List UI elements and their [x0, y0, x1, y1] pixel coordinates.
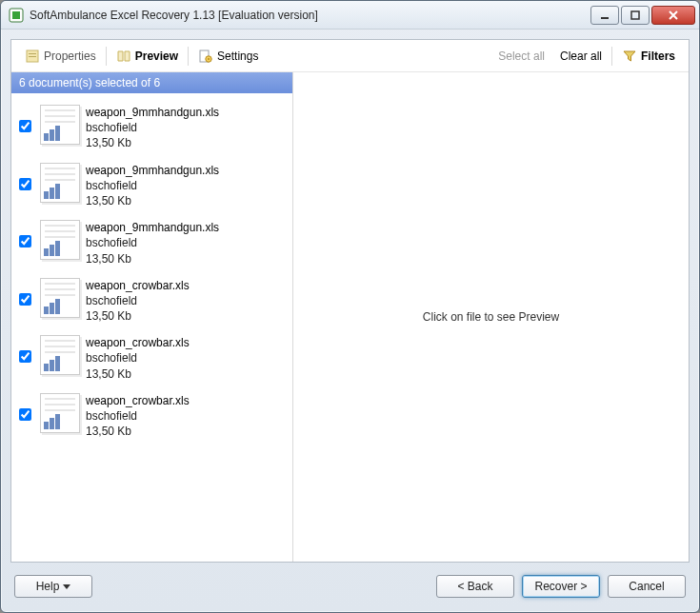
file-owner: bschofield: [86, 178, 219, 193]
file-owner: bschofield: [86, 350, 190, 366]
list-item[interactable]: weapon_crowbar.xlsbschofield13,50 Kb: [15, 329, 289, 387]
close-button[interactable]: [651, 6, 695, 25]
file-thumbnail-icon: [40, 163, 80, 203]
file-size: 13,50 Kb: [86, 135, 219, 150]
file-name: weapon_9mmhandgun.xls: [86, 105, 219, 120]
file-thumbnail-icon: [40, 220, 80, 260]
chevron-down-icon: [63, 584, 70, 589]
file-owner: bschofield: [86, 235, 219, 250]
file-name: weapon_crowbar.xls: [86, 393, 190, 408]
client-area: Properties Preview Settings: [1, 30, 699, 612]
recover-button[interactable]: Recover >: [522, 575, 600, 598]
properties-icon: [25, 49, 40, 64]
file-meta: weapon_crowbar.xlsbschofield13,50 Kb: [86, 278, 190, 325]
list-item[interactable]: weapon_crowbar.xlsbschofield13,50 Kb: [15, 272, 289, 330]
select-all-button[interactable]: Select all: [490, 46, 552, 67]
help-button[interactable]: Help: [14, 575, 92, 598]
window-controls: [589, 6, 695, 25]
app-icon: [9, 8, 24, 23]
file-owner: bschofield: [86, 408, 190, 424]
file-size: 13,50 Kb: [86, 193, 219, 208]
file-checkbox[interactable]: [19, 235, 31, 247]
file-size: 13,50 Kb: [86, 251, 219, 267]
back-button[interactable]: < Back: [436, 575, 514, 598]
properties-button[interactable]: Properties: [17, 45, 104, 68]
filters-label: Filters: [641, 49, 675, 63]
toolbar: Properties Preview Settings: [11, 40, 689, 72]
file-meta: weapon_crowbar.xlsbschofield13,50 Kb: [86, 393, 190, 440]
preview-button[interactable]: Preview: [109, 45, 186, 68]
properties-label: Properties: [44, 49, 96, 63]
file-checkbox[interactable]: [19, 178, 31, 190]
file-meta: weapon_9mmhandgun.xlsbschofield13,50 Kb: [86, 163, 219, 209]
svg-point-9: [208, 58, 210, 60]
file-meta: weapon_9mmhandgun.xlsbschofield13,50 Kb: [86, 220, 219, 267]
list-item[interactable]: weapon_9mmhandgun.xlsbschofield13,50 Kb: [15, 157, 289, 215]
settings-label: Settings: [217, 49, 258, 63]
svg-rect-2: [601, 17, 609, 19]
file-size: 13,50 Kb: [86, 308, 190, 324]
file-checkbox[interactable]: [19, 408, 31, 421]
svg-rect-1: [12, 11, 20, 19]
file-name: weapon_9mmhandgun.xls: [86, 220, 219, 235]
svg-rect-3: [631, 11, 639, 19]
preview-placeholder: Click on file to see Preview: [423, 310, 559, 324]
app-window: SoftAmbulance Excel Recovery 1.13 [Evalu…: [0, 0, 700, 613]
svg-rect-5: [29, 53, 36, 54]
maximize-button[interactable]: [621, 6, 650, 25]
filters-button[interactable]: Filters: [614, 45, 683, 68]
clear-all-label: Clear all: [560, 49, 602, 63]
minimize-button[interactable]: [590, 6, 619, 25]
selection-bar: 6 document(s) selected of 6: [11, 72, 292, 93]
file-owner: bschofield: [86, 293, 190, 308]
settings-button[interactable]: Settings: [190, 45, 266, 68]
window-title: SoftAmbulance Excel Recovery 1.13 [Evalu…: [30, 9, 589, 22]
help-label: Help: [36, 580, 60, 593]
file-list[interactable]: weapon_9mmhandgun.xlsbschofield13,50 Kbw…: [11, 93, 292, 562]
preview-icon: [116, 49, 131, 64]
file-thumbnail-icon: [40, 335, 80, 375]
file-name: weapon_crowbar.xls: [86, 335, 190, 350]
file-thumbnail-icon: [40, 278, 80, 318]
file-size: 13,50 Kb: [86, 424, 190, 439]
main-panel: Properties Preview Settings: [10, 39, 690, 563]
content-area: 6 document(s) selected of 6 weapon_9mmha…: [11, 72, 689, 562]
file-thumbnail-icon: [40, 393, 80, 433]
file-owner: bschofield: [86, 120, 219, 135]
recover-label: Recover >: [534, 580, 587, 593]
toolbar-separator: [611, 47, 612, 66]
toolbar-separator: [188, 47, 189, 66]
back-label: < Back: [457, 580, 492, 593]
file-thumbnail-icon: [40, 105, 80, 145]
toolbar-separator: [106, 47, 107, 66]
cancel-button[interactable]: Cancel: [608, 575, 686, 598]
file-checkbox[interactable]: [19, 350, 31, 363]
list-item[interactable]: weapon_9mmhandgun.xlsbschofield13,50 Kb: [15, 99, 289, 157]
file-name: weapon_9mmhandgun.xls: [86, 163, 219, 178]
file-meta: weapon_9mmhandgun.xlsbschofield13,50 Kb: [86, 105, 219, 151]
file-name: weapon_crowbar.xls: [86, 278, 190, 293]
settings-icon: [198, 49, 213, 64]
file-meta: weapon_crowbar.xlsbschofield13,50 Kb: [86, 335, 190, 382]
preview-pane: Click on file to see Preview: [293, 72, 689, 562]
list-item[interactable]: weapon_crowbar.xlsbschofield13,50 Kb: [15, 387, 289, 445]
footer: Help < Back Recover > Cancel: [10, 563, 690, 603]
preview-label: Preview: [135, 49, 178, 63]
clear-all-button[interactable]: Clear all: [552, 46, 610, 67]
select-all-label: Select all: [498, 49, 545, 63]
list-item[interactable]: weapon_9mmhandgun.xlsbschofield13,50 Kb: [15, 214, 289, 272]
file-checkbox[interactable]: [19, 293, 31, 306]
cancel-label: Cancel: [629, 580, 664, 593]
svg-rect-6: [29, 56, 36, 57]
file-checkbox[interactable]: [19, 120, 31, 132]
filters-icon: [622, 49, 637, 64]
titlebar[interactable]: SoftAmbulance Excel Recovery 1.13 [Evalu…: [1, 1, 699, 30]
file-list-pane: 6 document(s) selected of 6 weapon_9mmha…: [11, 72, 293, 562]
file-size: 13,50 Kb: [86, 366, 190, 382]
